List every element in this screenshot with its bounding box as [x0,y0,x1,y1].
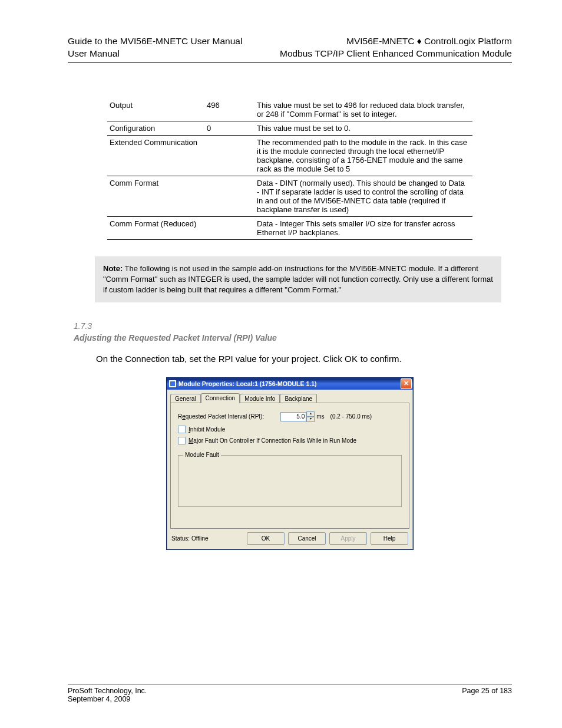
majorfault-label: Major Fault On Controller If Connection … [189,437,356,444]
close-icon[interactable]: ✕ [401,378,412,389]
cell-desc: Data - DINT (normally used). This should… [254,176,472,216]
table-row: Comm Format (Reduced)Data - Integer This… [107,216,472,239]
rpi-row: Requested Packet Interval (RPI): ▴▾ ms (… [178,411,402,422]
header-left-line2: User Manual [68,48,242,60]
cell-desc: This value must be set to 496 for reduce… [254,98,472,121]
rpi-input[interactable] [280,412,306,421]
inhibit-checkbox[interactable] [178,426,186,433]
tab-strip: General Connection Module Info Backplane [170,393,413,403]
module-fault-group: Module Fault [178,455,402,507]
majorfault-row: Major Fault On Controller If Connection … [178,437,402,444]
cell-value [204,216,254,239]
body-paragraph: On the Connection tab, set the RPI value… [96,353,473,365]
tab-body: Requested Packet Interval (RPI): ▴▾ ms (… [170,403,409,529]
cancel-button[interactable]: Cancel [288,532,326,545]
section-title: Adjusting the Requested Packet Interval … [74,333,512,342]
cell-name: Output [107,98,204,121]
app-icon [169,380,176,387]
module-properties-dialog: Module Properties: Local:1 (1756-MODULE … [166,377,414,550]
cell-desc: This value must be set to 0. [254,121,472,135]
cell-value: 0 [204,121,254,135]
cell-desc: Data - Integer This sets smaller I/O siz… [254,216,472,239]
tab-module-info[interactable]: Module Info [240,394,280,403]
dialog-title: Module Properties: Local:1 (1756-MODULE … [178,380,317,387]
ok-button[interactable]: OK [247,532,285,545]
rpi-range: (0.2 - 750.0 ms) [330,413,372,420]
header-left: Guide to the MVI56E-MNETC User Manual Us… [68,35,242,60]
table-row: Output496This value must be set to 496 f… [107,98,472,121]
note-label: Note: [103,264,123,273]
cell-name: Configuration [107,121,204,135]
header-right: MVI56E-MNETC ♦ ControlLogix Platform Mod… [280,35,512,60]
footer-date: September 4, 2009 [68,695,147,703]
note-block: Note: The following is not used in the s… [95,256,501,303]
tab-connection[interactable]: Connection [201,393,240,403]
status-text: Status: Offline [171,535,209,542]
note-text: The following is not used in the sample … [103,264,493,294]
footer-company: ProSoft Technology, Inc. [68,687,147,695]
cell-name: Comm Format (Reduced) [107,216,204,239]
page-footer: ProSoft Technology, Inc. September 4, 20… [68,684,512,703]
param-table: Output496This value must be set to 496 f… [107,98,472,240]
ok-ref: OK [345,354,358,364]
help-button[interactable]: Help [371,532,408,545]
tab-backplane[interactable]: Backplane [280,394,317,403]
page-header: Guide to the MVI56E-MNETC User Manual Us… [68,35,512,63]
rpi-label: Requested Packet Interval (RPI): [178,413,264,420]
spin-up-icon[interactable]: ▴ [306,411,315,417]
table-row: Extended CommunicationThe recommended pa… [107,135,472,176]
section-number: 1.7.3 [74,321,512,331]
cell-name: Extended Communication [107,135,204,176]
dialog-button-row: Status: Offline OK Cancel Apply Help [171,532,408,545]
dialog-titlebar[interactable]: Module Properties: Local:1 (1756-MODULE … [167,378,413,390]
footer-right: Page 25 of 183 [462,687,512,703]
header-right-line1: MVI56E-MNETC ♦ ControlLogix Platform [280,35,512,48]
rpi-spinner[interactable]: ▴▾ [280,411,315,422]
footer-left: ProSoft Technology, Inc. September 4, 20… [68,687,147,703]
module-fault-legend: Module Fault [183,452,221,458]
inhibit-label: Inhibit Module [189,426,225,433]
cell-value [204,135,254,176]
spin-down-icon[interactable]: ▾ [306,417,315,422]
rpi-unit: ms [316,413,324,420]
header-right-line2: Modbus TCP/IP Client Enhanced Communicat… [280,48,512,60]
apply-button[interactable]: Apply [329,532,367,545]
inhibit-row: Inhibit Module [178,426,402,433]
table-row: Configuration0This value must be set to … [107,121,472,135]
cell-value: 496 [204,98,254,121]
tab-general[interactable]: General [170,394,201,403]
cell-value [204,176,254,216]
cell-desc: The recommended path to the module in th… [254,135,472,176]
majorfault-checkbox[interactable] [178,437,186,444]
table-row: Comm FormatData - DINT (normally used). … [107,176,472,216]
spin-buttons[interactable]: ▴▾ [306,411,315,422]
cell-name: Comm Format [107,176,204,216]
header-left-line1: Guide to the MVI56E-MNETC User Manual [68,35,242,48]
